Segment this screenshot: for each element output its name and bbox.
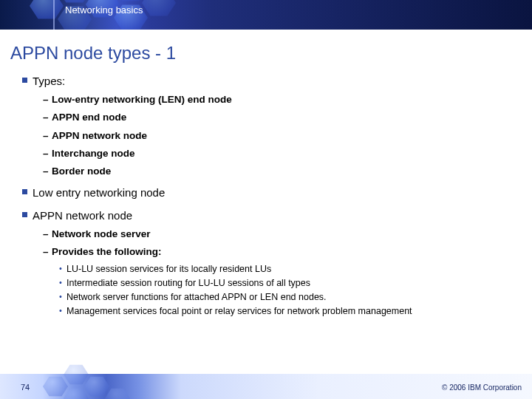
sub-item: Low-entry networking (LEN) end node	[43, 93, 517, 106]
header-category: Networking basics	[65, 4, 143, 16]
page-number: 74	[21, 383, 30, 392]
copyright: © 2006 IBM Corporation	[442, 383, 522, 392]
sub-item: Interchange node	[43, 147, 517, 160]
header-divider	[53, 0, 55, 30]
detail-item: Management services focal point or relay…	[59, 305, 517, 318]
sub-item: APPN network node	[43, 129, 517, 143]
slide-content: Types: Low-entry networking (LEN) end no…	[22, 74, 517, 318]
sub-item: APPN end node	[43, 111, 517, 124]
bullet-len-node: Low entry networking node	[22, 185, 517, 200]
sub-item: Network node server	[43, 228, 517, 241]
slide-footer: 74 © 2006 IBM Corporation	[0, 374, 532, 399]
bullet-appn-network-node: APPN network node	[22, 208, 517, 223]
slide-title: APPN node types - 1	[10, 43, 532, 64]
bullet-types: Types:	[22, 74, 517, 89]
slide-header: Networking basics	[0, 0, 532, 30]
sub-item: Provides the following:	[43, 245, 517, 259]
detail-item: LU-LU session services for its locally r…	[59, 263, 517, 276]
sub-item: Border node	[43, 165, 517, 178]
detail-item: Network server functions for attached AP…	[59, 291, 517, 304]
detail-item: Intermediate session routing for LU-LU s…	[59, 277, 517, 290]
